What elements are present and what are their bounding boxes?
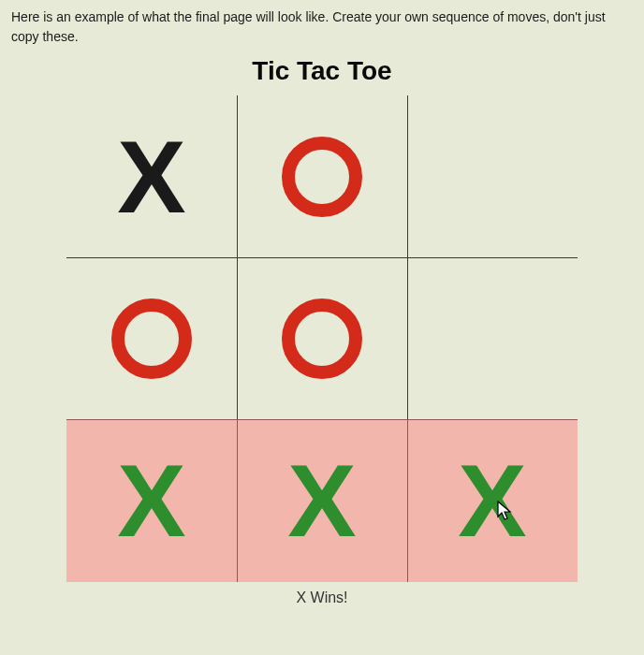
cell-2-1[interactable]: X <box>237 419 407 581</box>
status-text: X Wins! <box>0 590 644 606</box>
o-mark <box>111 298 192 379</box>
instructions-text: Here is an example of what the final pag… <box>0 0 644 51</box>
cell-0-0[interactable]: X <box>66 95 237 257</box>
cell-0-2[interactable] <box>407 95 578 257</box>
page-title: Tic Tac Toe <box>0 56 644 86</box>
game-board: X X X X <box>66 95 578 582</box>
cell-0-1[interactable] <box>237 95 407 257</box>
x-mark: X <box>117 449 185 552</box>
cell-2-0[interactable]: X <box>66 419 237 581</box>
x-mark: X <box>458 449 526 552</box>
cell-2-2[interactable]: X <box>407 419 578 581</box>
cell-1-0[interactable] <box>66 257 237 419</box>
o-mark <box>282 298 362 379</box>
x-mark: X <box>287 449 356 552</box>
x-mark: X <box>117 125 185 228</box>
o-mark <box>282 137 362 217</box>
cell-1-2[interactable] <box>407 257 578 419</box>
cell-1-1[interactable] <box>237 257 407 419</box>
